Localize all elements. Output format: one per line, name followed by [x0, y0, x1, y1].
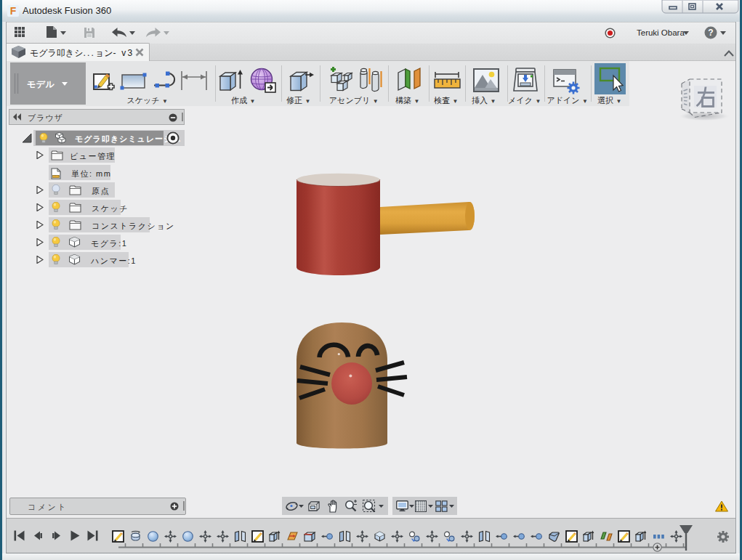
- svg-text:F: F: [10, 5, 17, 17]
- svg-text:?: ?: [708, 28, 713, 38]
